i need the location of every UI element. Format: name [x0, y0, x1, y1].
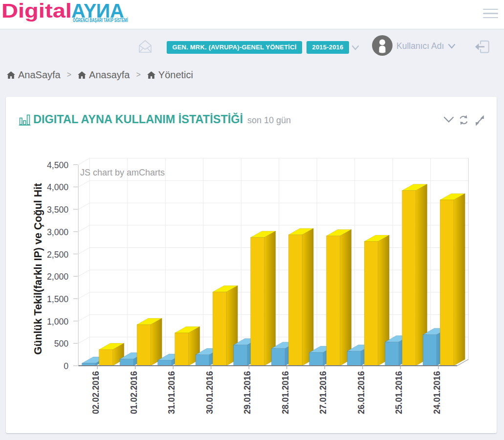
svg-text:1,500: 1,500	[47, 294, 68, 304]
svg-text:3,500: 3,500	[47, 205, 68, 215]
svg-text:3,000: 3,000	[47, 227, 68, 237]
svg-text:29.01.2016: 29.01.2016	[242, 371, 252, 414]
svg-text:24.01.2016: 24.01.2016	[432, 371, 442, 414]
svg-text:28.01.2016: 28.01.2016	[281, 371, 290, 414]
svg-text:26.01.2016: 26.01.2016	[356, 371, 366, 414]
svg-text:Günlük Tekil(farklı IP) ve Çoğ: Günlük Tekil(farklı IP) ve Çoğul Hit	[32, 183, 44, 355]
svg-text:2,500: 2,500	[47, 250, 68, 260]
svg-text:4,500: 4,500	[47, 160, 68, 170]
svg-text:0: 0	[64, 361, 68, 371]
svg-text:01.02.2016: 01.02.2016	[129, 371, 139, 414]
svg-text:02.02.2016: 02.02.2016	[91, 371, 101, 414]
svg-text:30.01.2016: 30.01.2016	[205, 371, 215, 414]
svg-text:4,000: 4,000	[47, 182, 68, 192]
svg-text:2,000: 2,000	[47, 272, 68, 282]
svg-text:JS chart by amCharts: JS chart by amCharts	[80, 168, 165, 177]
svg-text:1,000: 1,000	[47, 317, 68, 327]
svg-text:27.01.2016: 27.01.2016	[318, 371, 328, 414]
svg-text:25.01.2016: 25.01.2016	[394, 371, 404, 414]
svg-text:31.01.2016: 31.01.2016	[167, 371, 176, 414]
svg-text:500: 500	[54, 339, 69, 349]
